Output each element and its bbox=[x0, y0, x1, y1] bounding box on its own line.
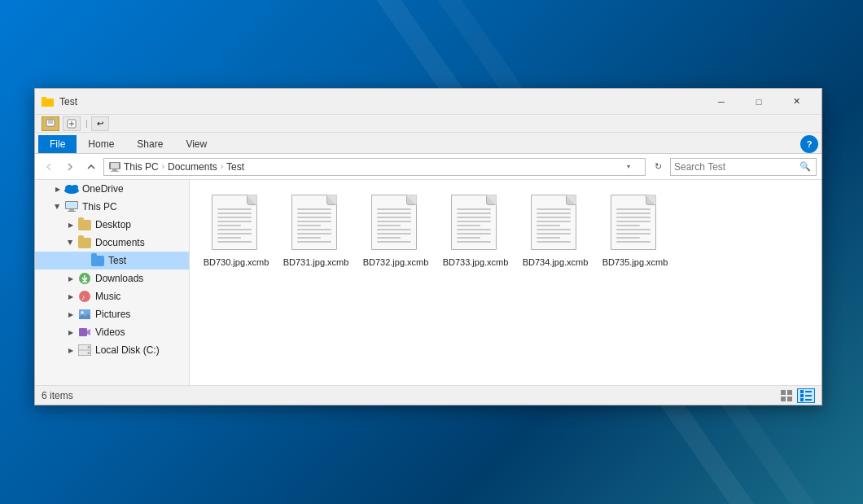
doc-line-short bbox=[297, 237, 321, 239]
file-name: BD733.jpg.xcmb bbox=[443, 256, 509, 268]
sidebar-item-downloads[interactable]: ▶ Downloads bbox=[35, 270, 189, 287]
music-icon: ♪ bbox=[77, 290, 92, 303]
doc-line bbox=[377, 208, 411, 210]
doc-line-short bbox=[537, 237, 560, 239]
sidebar-label-music: Music bbox=[95, 291, 120, 302]
file-icon bbox=[212, 195, 261, 253]
doc-line-short bbox=[377, 225, 401, 226]
doc-line bbox=[537, 208, 571, 210]
doc-icon bbox=[531, 195, 576, 250]
qa-undo-button[interactable]: ↩ bbox=[91, 116, 109, 131]
up-button[interactable] bbox=[82, 158, 100, 176]
file-name: BD735.jpg.xcmb bbox=[602, 256, 668, 268]
doc-line-short bbox=[457, 237, 480, 239]
expand-arrow-videos: ▶ bbox=[64, 326, 77, 339]
ribbon-tabs: File Home Share View ? bbox=[35, 133, 821, 154]
help-button[interactable]: ? bbox=[800, 135, 818, 153]
sidebar-item-test[interactable]: ▶ Test bbox=[35, 252, 189, 270]
refresh-button[interactable]: ↻ bbox=[649, 158, 667, 176]
onedrive-icon bbox=[64, 182, 79, 195]
doc-line bbox=[616, 217, 651, 218]
sidebar-item-desktop[interactable]: ▶ Desktop bbox=[35, 216, 189, 234]
quick-access-toolbar: | ↩ bbox=[35, 115, 821, 133]
doc-line bbox=[217, 213, 252, 214]
details-view-button[interactable] bbox=[797, 388, 815, 403]
search-icon[interactable]: 🔍 bbox=[799, 161, 813, 172]
tab-view[interactable]: View bbox=[174, 135, 218, 153]
doc-line bbox=[377, 213, 411, 214]
minimize-button[interactable]: ─ bbox=[703, 89, 740, 115]
sidebar-item-onedrive[interactable]: ▶ OneDrive bbox=[35, 180, 189, 198]
sidebar-label-test: Test bbox=[108, 255, 126, 266]
breadcrumb-this-pc: This PC bbox=[124, 161, 159, 173]
doc-line bbox=[616, 221, 651, 222]
doc-line bbox=[457, 241, 491, 243]
tab-file[interactable]: File bbox=[38, 135, 77, 153]
title-bar: Test ─ □ ✕ bbox=[35, 89, 821, 115]
doc-lines bbox=[217, 208, 252, 245]
forward-button[interactable] bbox=[61, 158, 79, 176]
expand-arrow-local-disk: ▶ bbox=[64, 344, 77, 357]
desktop-folder-icon bbox=[77, 218, 92, 231]
svg-rect-11 bbox=[111, 171, 119, 172]
tab-home[interactable]: Home bbox=[77, 135, 125, 153]
sidebar-label-videos: Videos bbox=[95, 327, 125, 338]
sidebar-label-this-pc: This PC bbox=[82, 201, 117, 213]
expand-arrow-documents: ▶ bbox=[64, 236, 77, 249]
file-item[interactable]: BD730.jpg.xcmb bbox=[199, 190, 273, 273]
qa-newfile-button[interactable] bbox=[63, 116, 81, 131]
title-bar-icon bbox=[42, 95, 55, 108]
sidebar-item-pictures[interactable]: ▶ Pictures bbox=[35, 305, 189, 323]
doc-line-short bbox=[297, 225, 321, 226]
doc-line bbox=[457, 229, 491, 230]
expand-arrow-music: ▶ bbox=[64, 290, 77, 303]
file-item[interactable]: BD734.jpg.xcmb bbox=[519, 190, 592, 273]
doc-line bbox=[457, 233, 491, 234]
file-item[interactable]: BD735.jpg.xcmb bbox=[598, 190, 672, 273]
doc-lines bbox=[297, 208, 331, 245]
doc-line bbox=[616, 229, 651, 230]
breadcrumb: This PC › Documents › Test bbox=[109, 161, 244, 173]
qa-properties-button[interactable] bbox=[42, 116, 59, 131]
doc-line bbox=[616, 233, 651, 234]
sidebar-item-this-pc[interactable]: ▶ This PC bbox=[35, 198, 189, 216]
svg-rect-10 bbox=[112, 169, 117, 171]
tiles-view-button[interactable] bbox=[778, 388, 795, 403]
sidebar-item-music[interactable]: ▶ ♪ Music bbox=[35, 287, 189, 305]
doc-line bbox=[616, 213, 651, 214]
svg-point-32 bbox=[88, 352, 90, 354]
title-bar-buttons: ─ □ ✕ bbox=[703, 89, 815, 115]
doc-line bbox=[377, 217, 411, 218]
breadcrumb-test: Test bbox=[226, 161, 244, 173]
sidebar-item-videos[interactable]: ▶ Videos bbox=[35, 323, 189, 341]
sidebar-item-documents[interactable]: ▶ Documents bbox=[35, 234, 189, 252]
file-icon bbox=[371, 195, 420, 253]
search-input[interactable] bbox=[674, 161, 799, 173]
downloads-icon bbox=[77, 272, 92, 285]
doc-line bbox=[537, 221, 571, 222]
file-name: BD731.jpg.xcmb bbox=[283, 256, 349, 268]
file-icon bbox=[291, 195, 340, 253]
svg-rect-35 bbox=[781, 397, 786, 401]
file-item[interactable]: BD731.jpg.xcmb bbox=[279, 190, 353, 273]
search-box[interactable]: 🔍 bbox=[670, 158, 817, 176]
back-button[interactable] bbox=[40, 158, 58, 176]
svg-rect-1 bbox=[42, 97, 46, 99]
doc-line bbox=[537, 229, 571, 230]
address-box[interactable]: This PC › Documents › Test ▾ bbox=[103, 158, 646, 176]
doc-line bbox=[377, 233, 411, 234]
maximize-button[interactable]: □ bbox=[740, 89, 778, 115]
file-item[interactable]: BD733.jpg.xcmb bbox=[439, 190, 512, 273]
close-button[interactable]: ✕ bbox=[778, 89, 815, 115]
svg-rect-34 bbox=[787, 390, 792, 395]
address-dropdown-button[interactable]: ▾ bbox=[627, 163, 640, 170]
tab-share[interactable]: Share bbox=[125, 135, 174, 153]
file-item[interactable]: BD732.jpg.xcmb bbox=[359, 190, 432, 273]
doc-line bbox=[537, 213, 571, 214]
doc-line bbox=[457, 217, 491, 218]
doc-line-short bbox=[377, 237, 401, 239]
sidebar-item-local-disk[interactable]: ▶ Local Disk (C:) bbox=[35, 341, 189, 359]
svg-point-14 bbox=[72, 185, 78, 190]
doc-line-short bbox=[457, 225, 480, 226]
doc-line bbox=[297, 208, 331, 210]
